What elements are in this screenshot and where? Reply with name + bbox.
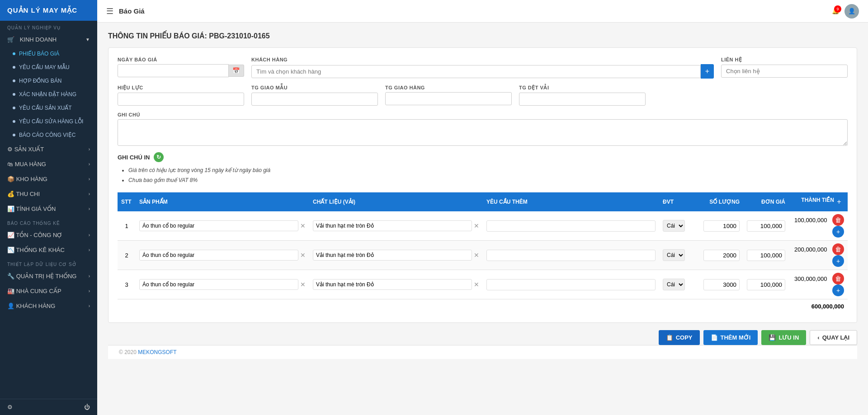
sidebar-item-yeu-cau-sua-hang-loi[interactable]: YÊU CẦU SỬA HÀNG LỖI [0,115,97,128]
thanh-tien-value: 300,000,000 [794,275,827,282]
sidebar-item-yeu-cau-may-mau[interactable]: YÊU CẦU MAY MẪU [0,61,97,74]
dvt-select[interactable]: Cái [663,249,685,261]
ghi-chu-in-item-2: Chưa bao gồm thuế VAT 8% [128,176,848,186]
col-stt: STT [118,192,136,211]
notification-bell[interactable]: 🔔 9 [832,8,839,14]
san-pham-input[interactable] [139,279,298,290]
san-pham-input[interactable] [139,250,298,261]
ngay-bao-gia-label: NGÀY BÁO GIÁ [118,57,244,62]
sidebar-item-hop-dong-ban[interactable]: HỢP ĐỒNG BÁN [0,74,97,88]
dot-icon [13,134,15,136]
yeu-cau-them-input[interactable] [486,279,656,290]
bao-cao-cong-viec-label: BÁO CÁO CÔNG VIỆC [19,132,75,138]
don-gia-input[interactable] [747,220,785,232]
footer-brand[interactable]: MEKONGSOFT [138,349,176,355]
dot-icon [13,79,15,82]
tg-giao-mau-input[interactable]: 5 [251,93,378,106]
copy-button[interactable]: 📋 COPY [659,330,700,345]
ngay-bao-gia-group: NGÀY BÁO GIÁ 10/10/2024 14:47 📅 [118,57,244,79]
clear-chat-lieu-icon[interactable]: ✕ [474,252,479,259]
hamburger-icon[interactable]: ☰ [106,6,113,16]
ghi-chu-textarea[interactable] [118,119,848,146]
dot-icon [13,120,15,123]
thanh-tien-value: 100,000,000 [794,217,827,224]
tg-giao-hang-input[interactable]: 15-20 [385,92,512,105]
ghi-chu-label: GHI CHÚ [118,112,848,117]
ghi-chu-in-header: GHI CHÚ IN ↻ [118,152,848,162]
cell-chat-lieu: ✕ [309,211,483,241]
sidebar-item-mua-hang[interactable]: 🛍 MUA HÀNG › [0,157,97,172]
them-moi-label: THÊM MỚI [721,334,751,341]
topbar-title: Báo Giá [119,7,145,15]
chevron-right-icon: › [89,289,90,294]
cell-san-pham: ✕ [136,211,309,241]
cell-san-pham: ✕ [136,241,309,270]
don-gia-input[interactable] [747,250,785,261]
lien-he-input[interactable] [721,65,848,78]
sidebar-item-quan-tri[interactable]: 🔧 QUẢN TRỊ HỆ THỐNG › [0,269,97,284]
sidebar-item-kho-hang[interactable]: 📦 KHO HÀNG › [0,172,97,187]
sidebar-item-thu-chi[interactable]: 💰 THU CHI › [0,187,97,201]
so-luong-input[interactable] [703,250,740,261]
chat-lieu-input[interactable] [313,250,472,261]
sidebar-item-xac-nhan-dat-hang[interactable]: XÁC NHẬN ĐẶT HÀNG [0,88,97,101]
yeu-cau-them-input[interactable] [486,250,656,261]
cell-stt: 3 [118,270,136,299]
refresh-button[interactable]: ↻ [154,152,164,162]
chat-lieu-input[interactable] [313,279,472,290]
cell-don-gia [743,241,789,270]
clear-san-pham-icon[interactable]: ✕ [300,252,306,259]
khach-hang-input[interactable] [251,65,701,78]
power-icon[interactable]: ⏻ [84,404,90,410]
tg-det-vai-input[interactable]: 7-10 [519,93,646,106]
so-luong-input[interactable] [703,279,740,290]
sidebar-item-phieu-bao-gia[interactable]: PHIẾU BÁO GIÁ [0,47,97,61]
yeu-cau-them-input[interactable] [486,220,656,232]
sidebar-item-khach-hang[interactable]: 👤 KHÁCH HÀNG › [0,298,97,313]
sidebar-item-yeu-cau-san-xuat[interactable]: YÊU CẦU SẢN XUẤT [0,101,97,115]
sidebar-item-bao-cao-cong-viec[interactable]: BÁO CÁO CÔNG VIỆC [0,128,97,142]
don-gia-input[interactable] [747,279,785,290]
clear-san-pham-icon[interactable]: ✕ [300,281,306,288]
delete-row-button[interactable]: 🗑 [832,214,844,226]
clear-chat-lieu-icon[interactable]: ✕ [474,281,479,288]
thong-ke-label: THỐNG KÊ KHÁC [16,247,65,253]
avatar[interactable]: 👤 [844,4,859,19]
settings-icon[interactable]: ⚙ [7,404,13,410]
san-pham-input[interactable] [139,220,298,231]
clear-chat-lieu-icon[interactable]: ✕ [474,222,479,229]
sidebar-group-kinh-doanh: 🛒 KINH DOANH ▼ PHIẾU BÁO GIÁ YÊU CẦU MAY… [0,32,97,142]
yeu-cau-may-mau-label: YÊU CẦU MAY MẪU [19,64,70,70]
delete-row-button[interactable]: 🗑 [832,243,844,255]
add-khach-hang-button[interactable]: + [701,64,714,79]
add-row-header-button[interactable]: + [834,197,844,207]
luu-in-button[interactable]: 💾 LƯU IN [761,330,806,345]
dot-icon [13,107,15,109]
sidebar-item-tinh-gia-von[interactable]: 📊 TÍNH GIÁ VỐN › [0,201,97,216]
sidebar-group-kinh-doanh-header[interactable]: 🛒 KINH DOANH ▼ [0,32,97,47]
quay-lai-button[interactable]: ‹ QUAY LẠI [810,330,857,345]
kinh-doanh-label: KINH DOANH [20,36,57,43]
delete-row-button[interactable]: 🗑 [832,273,844,284]
them-moi-button[interactable]: 📄 THÊM MỚI [703,330,758,345]
clear-san-pham-icon[interactable]: ✕ [300,222,306,229]
dvt-select[interactable]: Cái [663,279,685,290]
sidebar-item-thong-ke-khac[interactable]: 📉 THỐNG KÊ KHÁC › [0,242,97,257]
sidebar-item-ton-cong-no[interactable]: 📈 TỒN - CÔNG NỢ › [0,228,97,242]
sidebar-item-nha-cung-cap[interactable]: 🏭 NHÀ CUNG CẤP › [0,284,97,298]
dvt-select[interactable]: Cái [663,220,685,232]
add-row-button[interactable]: + [832,255,844,267]
ngay-bao-gia-input[interactable]: 10/10/2024 14:47 [118,64,229,77]
add-row-button[interactable]: + [832,226,844,238]
sidebar-item-san-xuat[interactable]: ⚙ SẢN XUẤT › [0,142,97,157]
chat-lieu-input[interactable] [313,220,472,231]
add-row-button[interactable]: + [832,284,844,296]
phieu-bao-gia-label: PHIẾU BÁO GIÁ [19,51,59,57]
table-header: STT SẢN PHẨM CHẤT LIỆU (VẢI) YÊU CẦU THÊ… [118,192,848,211]
so-luong-input[interactable] [703,220,740,232]
dot-icon [13,93,15,96]
hieu-luc-input[interactable]: 15 [118,93,244,106]
kho-hang-label: KHO HÀNG [16,176,47,182]
calendar-button[interactable]: 📅 [229,65,244,77]
form-row-2: HIỆU LỰC 15 TG GIAO MẪU 5 TG GIAO HÀNG 1… [118,85,848,106]
